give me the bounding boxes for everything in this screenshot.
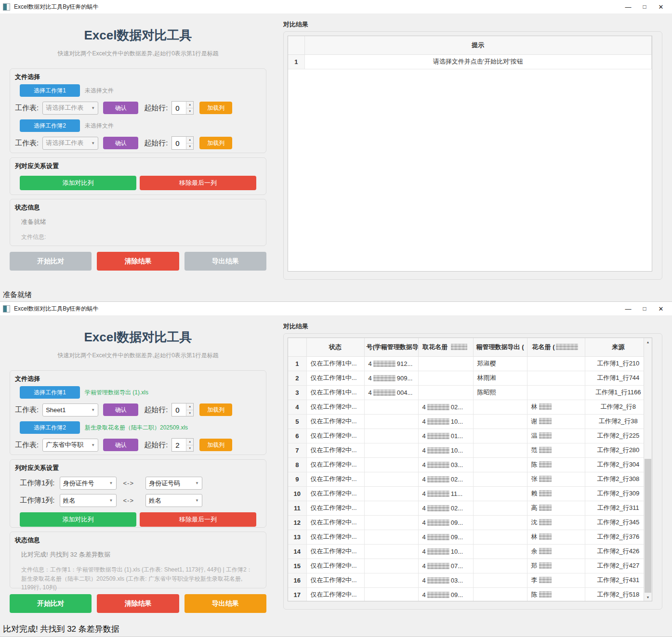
map2-right-select[interactable]: 姓名 ▼ — [145, 494, 202, 507]
add-compare-column-button[interactable]: 添加对比列 — [20, 176, 136, 190]
window-initial-state: Excel数据对比工具By狂奔的蜗牛 — □ ✕ Excel数据对比工具 快速对… — [0, 0, 672, 302]
select-workbook1-button[interactable]: 选择工作簿1 — [20, 84, 80, 97]
load-columns2-button[interactable]: 加载列 — [199, 137, 232, 149]
name1-cell — [473, 429, 527, 443]
map1-right-select[interactable]: 身份证号码 ▼ — [145, 477, 202, 490]
export-results-button[interactable]: 导出结果 — [184, 594, 266, 613]
load-columns2-button[interactable]: 加载列 — [199, 439, 232, 451]
table-row[interactable]: 16仅在工作簿2中...403...李工作簿2_行431 — [288, 573, 652, 587]
status-cell: 仅在工作簿2中... — [306, 515, 364, 530]
clear-results-button[interactable]: 清除结果 — [97, 252, 179, 271]
spin-up-icon[interactable]: ▲ — [186, 439, 193, 445]
table-row[interactable]: 12仅在工作簿2中...409...沈工作簿2_行345 — [288, 515, 652, 530]
spin-down-icon[interactable]: ▼ — [186, 445, 193, 452]
confirm-sheet1-button[interactable]: 确认 — [103, 403, 138, 416]
maximize-button[interactable]: □ — [636, 305, 653, 312]
start-row1-spinner[interactable]: 0 ▲ ▼ — [171, 403, 194, 416]
start-row1-spinner[interactable]: 0 ▲ ▼ — [171, 101, 194, 115]
censored-block — [556, 344, 578, 350]
close-button[interactable]: ✕ — [653, 305, 669, 312]
remove-last-column-button[interactable]: 移除最后一列 — [140, 512, 256, 527]
load-columns1-button[interactable]: 加载列 — [199, 403, 232, 416]
id1-cell: 4909... — [364, 371, 418, 385]
remove-last-column-button[interactable]: 移除最后一列 — [140, 176, 256, 190]
id2-cell: 402... — [418, 400, 473, 414]
id1-cell — [364, 573, 418, 587]
column-mapping-group: 列对应关系设置 工作簿1列: 身份证件号 ▼ <-> 身份证号码 ▼ — [10, 459, 266, 528]
table-row[interactable]: 3仅在工作簿1中...4004...陈昭熙工作簿1_行1166 — [288, 385, 652, 400]
corner-header — [288, 36, 304, 54]
spin-up-icon[interactable]: ▲ — [186, 137, 193, 143]
start-compare-button[interactable]: 开始比对 — [10, 252, 92, 271]
table-row[interactable]: 15仅在工作簿2中...407...郑工作簿2_行427 — [288, 559, 652, 573]
titlebar[interactable]: Excel数据对比工具By狂奔的蜗牛 — □ ✕ — [0, 302, 672, 315]
map1-left-select[interactable]: 身份证件号 ▼ — [60, 477, 117, 490]
select-workbook1-button[interactable]: 选择工作簿1 — [20, 386, 80, 399]
scroll-down-icon[interactable]: ▼ — [644, 593, 652, 601]
spin-down-icon[interactable]: ▼ — [186, 108, 193, 115]
clear-results-button[interactable]: 清除结果 — [97, 594, 179, 613]
chevron-down-icon: ▼ — [109, 498, 113, 503]
start-compare-button[interactable]: 开始比对 — [10, 594, 92, 613]
table-row[interactable]: 9仅在工作簿2中...402...张工作簿2_行308 — [288, 472, 652, 486]
table-row[interactable]: 11仅在工作簿2中...402...高工作簿2_行311 — [288, 501, 652, 515]
id2-cell: 409... — [418, 587, 473, 601]
table-row[interactable]: 14仅在工作簿2中...410...余工作簿2_行426 — [288, 544, 652, 559]
start-row-label: 起始行: — [144, 405, 168, 415]
sheet1-select[interactable]: Sheet1 ▼ — [42, 403, 98, 416]
id2-column-header: 取花名册 — [418, 338, 473, 356]
censored-block — [451, 344, 467, 350]
maximize-button[interactable]: □ — [636, 3, 653, 10]
workbook2-filename: 新生录取花名册（陆丰二职）202509.xls — [85, 424, 188, 432]
statusbar-text: 比对完成! 共找到 32 条差异数据 — [3, 624, 119, 635]
select-workbook2-button[interactable]: 选择工作簿2 — [20, 421, 80, 434]
table-row[interactable]: 1 请选择文件并点击'开始比对'按钮 — [288, 54, 652, 69]
page-subtitle: 快速对比两个Excel文件中的数据差异,起始行0表示第1行是标题 — [10, 351, 266, 360]
table-row[interactable]: 13仅在工作簿2中...409...林工作簿2_行376 — [288, 530, 652, 544]
sheet2-select[interactable]: 请选择工作表 ▼ — [42, 137, 98, 150]
sheet2-select[interactable]: 广东省中等职 ▼ — [42, 439, 98, 452]
hint-column-header: 提示 — [304, 36, 652, 54]
source-cell: 工作簿2_行431 — [585, 573, 652, 587]
confirm-sheet2-button[interactable]: 确认 — [103, 137, 138, 149]
table-row[interactable]: 7仅在工作簿2中...410...范工作簿2_行280 — [288, 443, 652, 457]
name1-cell — [473, 400, 527, 414]
vertical-scrollbar[interactable]: ▲ ▼ — [644, 338, 652, 601]
add-compare-column-button[interactable]: 添加对比列 — [20, 512, 136, 527]
statusbar-text: 准备就绪 — [3, 290, 32, 299]
start-row2-spinner[interactable]: 2 ▲ ▼ — [171, 438, 194, 452]
id2-cell — [418, 385, 473, 400]
file-select-group: 文件选择 选择工作簿1 未选择文件 工作表: 请选择工作表 ▼ 确认 起始行: — [10, 68, 266, 153]
name2-cell — [527, 356, 585, 371]
close-button[interactable]: ✕ — [653, 3, 669, 11]
minimize-button[interactable]: — — [620, 3, 636, 11]
sheet1-select[interactable]: 请选择工作表 ▼ — [42, 102, 98, 115]
table-row[interactable]: 1仅在工作簿1中...4912...郑淑樱工作簿1_行210 — [288, 356, 652, 371]
map2-left-select[interactable]: 姓名 ▼ — [60, 494, 117, 507]
minimize-button[interactable]: — — [620, 305, 636, 312]
scroll-up-icon[interactable]: ▲ — [644, 338, 652, 346]
name2-column-header: 花名册 ( — [527, 338, 585, 356]
table-row[interactable]: 17仅在工作簿2中...409...陈工作簿2_行518 — [288, 587, 652, 601]
confirm-sheet1-button[interactable]: 确认 — [103, 102, 138, 114]
name1-cell — [473, 443, 527, 457]
scrollbar-thumb[interactable] — [645, 459, 651, 593]
select-workbook2-button[interactable]: 选择工作簿2 — [20, 119, 80, 132]
spin-down-icon[interactable]: ▼ — [186, 410, 193, 416]
table-row[interactable]: 4仅在工作簿2中...402...林工作簿2_行8 — [288, 400, 652, 414]
table-row[interactable]: 6仅在工作簿2中...401...温工作簿2_行225 — [288, 429, 652, 443]
confirm-sheet2-button[interactable]: 确认 — [103, 439, 138, 451]
start-row2-spinner[interactable]: 0 ▲ ▼ — [171, 136, 194, 150]
export-results-button[interactable]: 导出结果 — [184, 252, 266, 271]
spin-up-icon[interactable]: ▲ — [186, 102, 193, 108]
titlebar[interactable]: Excel数据对比工具By狂奔的蜗牛 — □ ✕ — [0, 0, 672, 13]
table-row[interactable]: 5仅在工作簿2中...410...谢工作簿2_行38 — [288, 414, 652, 429]
spin-down-icon[interactable]: ▼ — [186, 143, 193, 150]
censored-block — [373, 390, 395, 396]
table-row[interactable]: 2仅在工作簿1中...4909...林雨湘工作簿1_行744 — [288, 371, 652, 385]
spin-up-icon[interactable]: ▲ — [186, 403, 193, 410]
chevron-down-icon: ▼ — [91, 408, 95, 412]
table-row[interactable]: 8仅在工作簿2中...403...陈工作簿2_行304 — [288, 457, 652, 472]
load-columns1-button[interactable]: 加载列 — [199, 102, 232, 114]
table-row[interactable]: 10仅在工作簿2中...411...赖工作簿2_行309 — [288, 486, 652, 501]
